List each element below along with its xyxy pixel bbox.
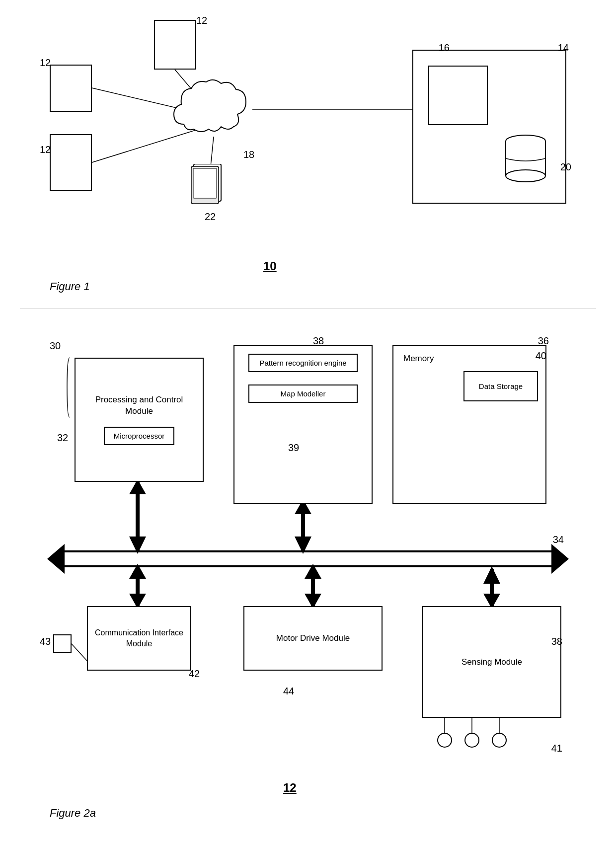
pattern-module-box: Pattern recognition engine Map Modeller	[233, 345, 373, 504]
ref-34: 34	[553, 534, 564, 545]
svg-marker-16	[551, 544, 569, 574]
svg-marker-24	[483, 566, 500, 584]
memory-module-box: Memory Data Storage	[392, 345, 546, 504]
ref-18: 18	[243, 149, 254, 160]
ref-20: 20	[560, 161, 571, 173]
pattern-engine-box: Pattern recognition engine	[248, 354, 358, 372]
svg-point-35	[465, 733, 479, 747]
svg-rect-7	[193, 168, 217, 198]
fig1-system-label: 10	[263, 259, 277, 273]
map-modeller-label: Map Modeller	[281, 389, 326, 398]
ref-36: 36	[538, 335, 549, 347]
ref-39: 39	[288, 442, 299, 454]
sensing-module-box: Sensing Module	[422, 606, 561, 718]
svg-marker-18	[129, 537, 146, 554]
svg-marker-28	[129, 564, 146, 579]
comm-module-box: Communication Interface Module	[87, 606, 191, 671]
ref-41: 41	[551, 743, 562, 754]
ref-32: 32	[57, 432, 68, 444]
ref-12c: 12	[40, 144, 51, 155]
microprocessor-box: Microprocessor	[104, 427, 175, 445]
ref-14: 14	[558, 42, 569, 54]
motor-drive-label: Motor Drive Module	[276, 632, 350, 644]
ref-38a: 38	[313, 335, 324, 347]
ref-44: 44	[283, 686, 294, 697]
svg-marker-21	[295, 537, 311, 554]
map-modeller-box: Map Modeller	[248, 384, 358, 403]
ref-40: 40	[536, 350, 546, 362]
server-outer-box	[412, 50, 566, 204]
svg-marker-15	[47, 544, 65, 574]
db-svg	[503, 134, 548, 188]
data-storage-box: Data Storage	[463, 371, 538, 401]
sensing-label: Sensing Module	[462, 657, 522, 667]
microprocessor-label: Microprocessor	[114, 432, 165, 440]
svg-rect-32	[54, 635, 71, 652]
ref-16: 16	[439, 42, 450, 54]
svg-marker-31	[305, 564, 321, 579]
ref-38b: 38	[551, 636, 562, 647]
figure2-caption: Figure 2a	[50, 807, 96, 820]
data-storage-label: Data Storage	[479, 382, 523, 390]
svg-line-33	[71, 643, 87, 661]
database-cylinder	[503, 134, 548, 190]
processing-module-label: Processing and Control Module	[83, 394, 195, 416]
comm-interface-label: Communication Interface Module	[93, 627, 185, 650]
pattern-engine-label: Pattern recognition engine	[259, 359, 346, 367]
svg-point-12	[506, 170, 545, 182]
motor-drive-box: Motor Drive Module	[243, 606, 383, 671]
svg-point-36	[492, 733, 506, 747]
figure2-area: 30 Processing and Control Module Micropr…	[20, 308, 596, 825]
tablet-svg	[191, 164, 226, 209]
cloud-shape	[164, 75, 253, 139]
memory-label: Memory	[403, 354, 434, 364]
cloud-svg	[164, 75, 253, 139]
ref-22: 22	[205, 211, 216, 223]
figure1-area: 12 12 12 18 22	[20, 10, 596, 298]
ref-43: 43	[40, 636, 51, 647]
ref-42: 42	[189, 668, 200, 680]
device-top-center	[154, 20, 196, 70]
processing-module-box: Processing and Control Module Microproce…	[75, 358, 204, 482]
svg-point-34	[438, 733, 452, 747]
device-left-bottom	[50, 134, 92, 191]
figure1-caption: Figure 1	[50, 280, 90, 293]
device-left-top	[50, 65, 92, 112]
fig2-system-label: 12	[283, 781, 297, 795]
tablet-device	[191, 164, 226, 211]
ref-12a: 12	[196, 15, 207, 26]
ref-12b: 12	[40, 57, 51, 69]
ref-30: 30	[50, 340, 61, 352]
page-container: 12 12 12 18 22	[0, 0, 616, 844]
server-inner-box	[428, 66, 488, 125]
